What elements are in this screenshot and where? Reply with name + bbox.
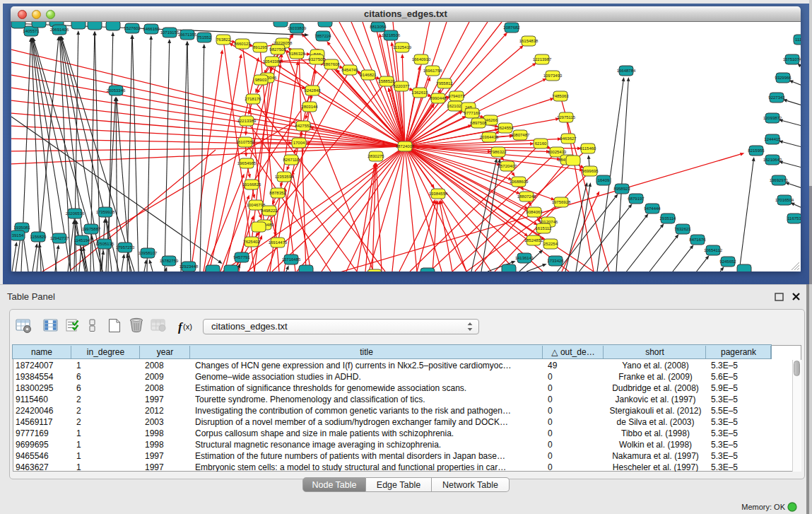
svg-text:891295: 891295	[253, 45, 268, 49]
svg-text:6897508: 6897508	[470, 121, 487, 125]
svg-text:1527602: 1527602	[124, 26, 141, 30]
svg-text:8215955: 8215955	[748, 148, 765, 153]
svg-text:9777169: 9777169	[464, 111, 481, 115]
svg-text:16154838: 16154838	[519, 39, 539, 43]
svg-text:11325419: 11325419	[393, 45, 412, 49]
svg-text:252254: 252254	[543, 242, 558, 246]
svg-text:12505135: 12505135	[95, 242, 114, 246]
svg-text:12213987: 12213987	[533, 57, 552, 62]
svg-text:2830275: 2830275	[367, 154, 384, 158]
svg-text:13692971: 13692971	[770, 178, 789, 182]
svg-text:10025433: 10025433	[548, 150, 567, 154]
svg-text:9329966: 9329966	[775, 76, 792, 80]
svg-text:9794073: 9794073	[448, 94, 465, 98]
svg-text:10688609: 10688609	[510, 180, 529, 184]
svg-text:10654112: 10654112	[704, 248, 723, 252]
svg-text:1588520: 1588520	[378, 79, 395, 83]
svg-text:16107553: 16107553	[236, 140, 255, 144]
svg-text:8186328: 8186328	[288, 52, 305, 56]
svg-text:2803144: 2803144	[301, 105, 318, 109]
svg-text:6466160: 6466160	[143, 27, 160, 31]
svg-text:15751074: 15751074	[783, 57, 801, 62]
svg-text:2718176: 2718176	[245, 97, 261, 101]
svg-text:16671355: 16671355	[178, 33, 197, 37]
svg-text:763822: 763822	[216, 37, 231, 42]
svg-text:15720407: 15720407	[498, 164, 517, 168]
svg-text:10958107: 10958107	[139, 251, 158, 255]
svg-text:9827505: 9827505	[269, 47, 286, 52]
svg-text:9227343: 9227343	[768, 95, 785, 100]
svg-text:8958923: 8958923	[613, 187, 630, 191]
svg-text:7632621: 7632621	[674, 227, 691, 231]
svg-text:7485063: 7485063	[552, 94, 569, 98]
svg-text:12942737: 12942737	[50, 236, 69, 240]
svg-text:19756928: 19756928	[552, 200, 571, 204]
svg-text:12213389: 12213389	[237, 119, 257, 123]
svg-text:7986322: 7986322	[490, 150, 507, 154]
svg-text:18724007: 18724007	[396, 144, 415, 148]
svg-text:2867608: 2867608	[323, 62, 340, 66]
svg-text:9699695: 9699695	[582, 169, 599, 173]
svg-text:17016504: 17016504	[775, 198, 794, 202]
svg-text:16914479: 16914479	[269, 240, 288, 245]
svg-text:62160: 62160	[535, 141, 547, 146]
svg-text:16033809: 16033809	[288, 26, 307, 30]
svg-text:12353594: 12353594	[275, 175, 294, 179]
svg-text:16648784: 16648784	[617, 69, 636, 73]
svg-text:10543382: 10543382	[263, 59, 282, 64]
svg-text:9146821: 9146821	[360, 73, 377, 77]
svg-text:1733426: 1733426	[547, 259, 564, 263]
svg-text:10719155: 10719155	[160, 30, 180, 35]
svg-text:16961758: 16961758	[423, 69, 442, 73]
svg-text:1156829: 1156829	[30, 235, 47, 239]
svg-text:(x): (x)	[183, 322, 192, 331]
svg-text:16782759: 16782759	[160, 259, 179, 263]
svg-text:9463627: 9463627	[560, 136, 577, 141]
svg-text:8454749: 8454749	[341, 68, 358, 72]
svg-text:19384554: 19384554	[429, 192, 448, 196]
svg-text:8813054: 8813054	[370, 25, 387, 29]
svg-text:1935081: 1935081	[13, 226, 30, 230]
svg-text:16210643: 16210643	[763, 158, 782, 162]
svg-text:1145194: 1145194	[74, 238, 91, 243]
svg-text:9245652: 9245652	[719, 259, 736, 264]
svg-text:11172: 11172	[795, 37, 801, 42]
svg-text:12923448: 12923448	[180, 264, 199, 269]
svg-text:3624554: 3624554	[497, 126, 514, 130]
svg-text:8471676: 8471676	[689, 238, 706, 242]
svg-text:10973493: 10973493	[543, 74, 563, 78]
svg-text:19166825: 19166825	[242, 182, 261, 187]
svg-text:39154: 39154	[12, 233, 24, 238]
svg-text:1405571: 1405571	[23, 29, 40, 33]
svg-text:10807487: 10807487	[511, 133, 530, 137]
svg-text:2087682: 2087682	[503, 25, 520, 30]
svg-text:19218506: 19218506	[382, 33, 401, 37]
svg-text:8660123: 8660123	[234, 42, 251, 46]
svg-text:9242848: 9242848	[304, 88, 321, 93]
svg-text:16640910: 16640910	[412, 57, 431, 62]
svg-text:7955812: 7955812	[436, 81, 453, 86]
svg-text:7857224: 7857224	[314, 34, 331, 38]
svg-text:19654985: 19654985	[237, 161, 257, 165]
svg-text:1615112: 1615112	[536, 226, 553, 230]
svg-text:1362615: 1362615	[411, 90, 428, 95]
svg-text:9327505: 9327505	[308, 57, 325, 62]
svg-text:17004: 17004	[293, 141, 305, 145]
svg-text:18524851: 18524851	[524, 238, 543, 243]
svg-text:20691406: 20691406	[50, 28, 69, 32]
svg-text:16409: 16409	[598, 178, 610, 182]
svg-text:8427552: 8427552	[295, 124, 312, 128]
svg-text:20053346: 20053346	[107, 88, 126, 93]
svg-text:9457791: 9457791	[233, 255, 250, 259]
svg-text:2935114: 2935114	[660, 216, 677, 221]
svg-text:751552: 751552	[197, 35, 212, 40]
svg-text:9115460: 9115460	[580, 146, 597, 151]
svg-text:8267110: 8267110	[283, 158, 300, 162]
svg-text:17359928: 17359928	[96, 210, 115, 214]
svg-text:9474444: 9474444	[644, 206, 661, 211]
svg-text:8878352: 8878352	[269, 191, 286, 195]
svg-text:8498222: 8498222	[261, 209, 278, 213]
svg-text:9084067: 9084067	[526, 210, 543, 214]
svg-text:116753: 116753	[787, 216, 801, 221]
svg-text:18807249: 18807249	[517, 194, 536, 199]
